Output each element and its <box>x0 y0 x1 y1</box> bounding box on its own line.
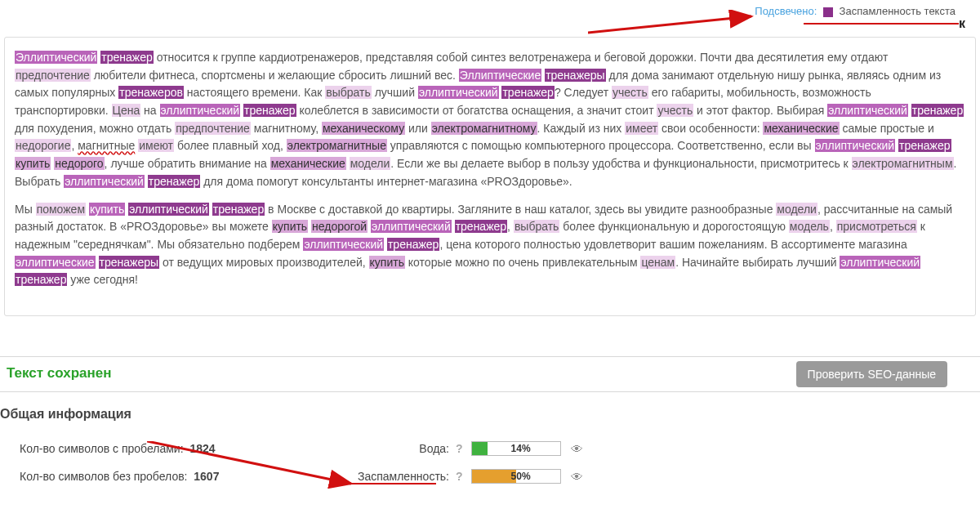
paragraph-1: Эллиптический тренажер относится к групп… <box>15 49 965 191</box>
info-heading: Общая информация <box>0 407 131 422</box>
water-bar-fill <box>472 442 488 455</box>
annotation-underline-top <box>804 23 959 25</box>
water-value: 14% <box>511 443 531 454</box>
text-analysis-card: Эллиптический тренажер относится к групп… <box>4 37 976 316</box>
info-grid: Кол-во символов с пробелами: 1824 Вода: … <box>0 435 980 490</box>
spam-bar: 50% <box>471 469 561 484</box>
annotation-underline-bottom <box>338 483 436 484</box>
spam-bar-fill <box>472 470 516 483</box>
water-bar: 14% <box>471 441 561 456</box>
eye-icon[interactable]: 👁 <box>571 442 583 456</box>
annotation-arrow-top-icon <box>588 10 760 34</box>
eye-icon[interactable]: 👁 <box>571 470 583 484</box>
corner-letter: к <box>959 16 965 31</box>
chars-with-spaces: Кол-во символов с пробелами: 1824 <box>0 442 245 455</box>
help-icon[interactable]: ? <box>456 442 463 455</box>
legend-swatch-icon <box>823 7 833 17</box>
spam-label: Заспамленность: <box>343 470 449 483</box>
legend-label: Заспамленность текста <box>840 5 956 17</box>
saved-status: Текст сохранен <box>7 365 111 381</box>
svg-line-1 <box>588 16 751 33</box>
water-label: Вода: <box>343 442 449 455</box>
info-row-water: Кол-во символов с пробелами: 1824 Вода: … <box>0 435 980 462</box>
help-icon[interactable]: ? <box>456 470 463 483</box>
info-row-spam: Кол-во символов без пробелов: 1607 Заспа… <box>0 462 980 490</box>
paragraph-2: Мы поможем купить эллиптический тренажер… <box>15 201 965 289</box>
legend-link[interactable]: Подсвечено: <box>755 5 817 17</box>
chars-without-spaces: Кол-во символов без пробелов: 1607 <box>0 470 245 483</box>
legend-row: Подсвечено: Заспамленность текста <box>755 5 956 17</box>
check-seo-button[interactable]: Проверить SEO-данные <box>796 361 947 387</box>
spam-value: 50% <box>511 471 531 482</box>
